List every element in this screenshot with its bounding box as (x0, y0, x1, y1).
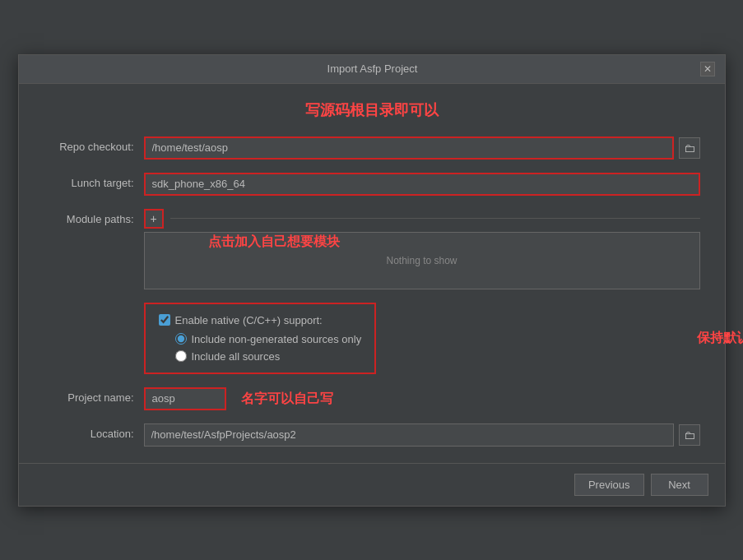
radio-all-sources[interactable] (175, 350, 187, 362)
lunch-target-input[interactable] (144, 173, 700, 196)
import-dialog: Import Asfp Project ✕ 写源码根目录即可以 Repo che… (18, 54, 726, 507)
close-button[interactable]: ✕ (700, 62, 715, 76)
add-module-button[interactable]: + (144, 209, 164, 229)
title-bar: Import Asfp Project ✕ (19, 55, 725, 84)
annotation-module-paths: 点击加入自己想要模块 (208, 234, 340, 251)
radio-all-sources-label: Include all sources (192, 350, 281, 363)
annotation-top: 写源码根目录即可以 (44, 100, 700, 120)
project-name-input-area (144, 387, 700, 410)
native-box: Enable native (C/C++) support: Include n… (144, 303, 377, 374)
separator (170, 218, 700, 219)
radio-non-generated[interactable] (175, 333, 187, 345)
repo-checkout-label: Repo checkout: (44, 137, 134, 153)
module-paths-label: Module paths: (44, 209, 134, 225)
repo-checkout-input-area: 🗀 (144, 137, 700, 160)
project-name-label: Project name: (44, 387, 134, 404)
lunch-target-input-area (144, 173, 700, 196)
annotation-project-name: 名字可以自己写 (241, 390, 333, 407)
location-label: Location: (44, 423, 134, 440)
folder-icon-location: 🗀 (684, 428, 695, 442)
location-input-area: 🗀 (144, 423, 700, 447)
radio-row-non-generated: Include non-generated sources only (175, 333, 362, 345)
native-support-section: Enable native (C/C++) support: Include n… (44, 303, 700, 374)
annotation-native: 保持默认 (697, 330, 744, 347)
repo-checkout-input[interactable] (144, 137, 674, 160)
lunch-target-row: Lunch target: 写好编译目标 (44, 173, 700, 196)
native-support-checkbox[interactable] (159, 314, 170, 326)
repo-checkout-browse-button[interactable]: 🗀 (679, 137, 700, 159)
radio-row-all-sources: Include all sources (175, 350, 362, 363)
module-paths-empty-text: Nothing to show (386, 255, 457, 266)
project-name-input[interactable] (144, 387, 226, 410)
native-radio-group: Include non-generated sources only Inclu… (159, 333, 362, 363)
location-browse-button[interactable]: 🗀 (679, 424, 700, 446)
location-row: Location: 🗀 (44, 423, 700, 447)
location-input[interactable] (144, 423, 674, 447)
dialog-title: Import Asfp Project (45, 62, 700, 75)
lunch-target-label: Lunch target: (44, 173, 134, 189)
repo-checkout-row: Repo checkout: 🗀 (44, 137, 700, 160)
dialog-overlay: Import Asfp Project ✕ 写源码根目录即可以 Repo che… (0, 0, 743, 560)
next-button[interactable]: Next (651, 474, 708, 496)
radio-non-generated-label: Include non-generated sources only (192, 333, 362, 345)
module-paths-section: Module paths: + Nothing to show 点击加入自己想要… (44, 209, 700, 289)
project-name-row: Project name: 名字可以自己写 (44, 387, 700, 410)
previous-button[interactable]: Previous (574, 474, 644, 496)
native-support-label: Enable native (C/C++) support: (175, 314, 323, 326)
native-checkbox-row: Enable native (C/C++) support: (159, 314, 362, 326)
dialog-body: 写源码根目录即可以 Repo checkout: 🗀 Lunch target:… (19, 84, 725, 463)
folder-icon: 🗀 (684, 141, 695, 155)
dialog-footer: Previous Next (19, 463, 725, 506)
module-paths-toolbar: + (144, 209, 700, 229)
